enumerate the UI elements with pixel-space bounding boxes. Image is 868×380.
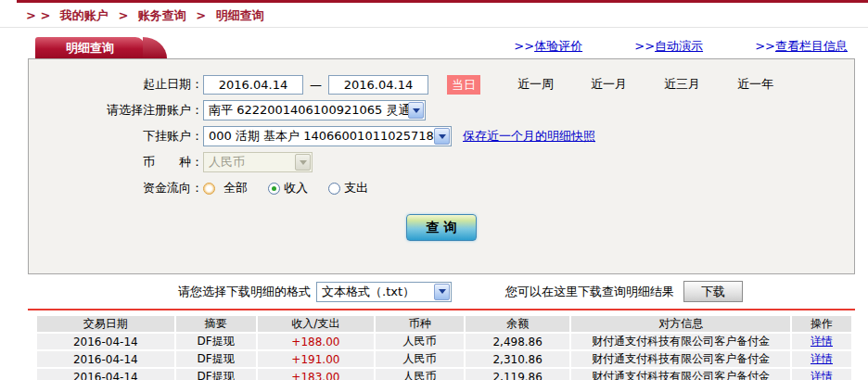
table-header-row: 交易日期 摘要 收入/支出 币种 余额 对方信息 操作 <box>36 315 852 333</box>
cell-currency: 人民币 <box>375 333 465 350</box>
table-row: 2016-04-14 DF提现 +191.00 人民币 2,310.86 财付通… <box>36 350 852 368</box>
download-format-label: 请您选择下载明细的格式 <box>178 284 311 300</box>
link-view-column-info[interactable]: >>查看栏目信息 <box>755 39 848 53</box>
radio-checked-icon[interactable] <box>268 183 280 195</box>
sub-account-select[interactable]: 000 活期 基本户 1406600101102571848 <box>203 126 452 146</box>
quick-range-week[interactable]: 近一周 <box>517 76 554 93</box>
cell-balance: 2,310.86 <box>465 350 570 368</box>
header-summary: 摘要 <box>175 315 257 333</box>
transaction-table: 交易日期 摘要 收入/支出 币种 余额 对方信息 操作 2016-04-14 D… <box>35 314 853 380</box>
cell-summary: DF提现 <box>175 368 257 380</box>
date-separator: — <box>310 78 322 92</box>
breadcrumb-item-my-account[interactable]: 我的账户 <box>60 8 108 22</box>
top-links: >>体验评价 >>自动演示 >>查看栏目信息 <box>466 38 848 55</box>
header-counterparty: 对方信息 <box>570 315 791 333</box>
cell-summary: DF提现 <box>175 333 257 350</box>
cell-currency: 人民币 <box>375 368 465 380</box>
link-prefix: >> <box>514 39 534 53</box>
date-to-input[interactable] <box>328 75 428 95</box>
cell-action: 详情 <box>791 368 852 380</box>
header-action: 操作 <box>791 315 852 333</box>
register-account-select[interactable]: 南平 6222001406100921065 灵通卡 <box>203 100 426 120</box>
register-account-value: 南平 6222001406100921065 灵通卡 <box>209 102 408 119</box>
cell-counterparty: 财付通支付科技有限公司客户备付金 <box>570 350 791 368</box>
header-currency: 币种 <box>375 315 465 333</box>
breadcrumb-item-detail-query[interactable]: 明细查询 <box>216 8 264 22</box>
snapshot-link[interactable]: 保存近一个月的明细快照 <box>463 128 595 145</box>
flow-direction-label: 资金流向： <box>29 180 203 196</box>
download-hint: 您可以在这里下载查询明细结果 <box>505 284 674 300</box>
currency-select: 人民币 <box>203 152 313 172</box>
link-prefix: >> <box>755 39 775 53</box>
sub-account-label: 下挂账户： <box>29 128 203 145</box>
query-button-row: 查 询 <box>29 214 854 241</box>
cell-currency: 人民币 <box>375 350 465 368</box>
link-experience-feedback[interactable]: >>体验评价 <box>514 39 582 53</box>
detail-link[interactable]: 详情 <box>811 370 833 380</box>
tab-detail-query[interactable]: 明细查询 <box>35 37 145 58</box>
cell-balance: 2,498.86 <box>465 333 570 350</box>
register-account-label: 请选择注册账户： <box>29 102 203 119</box>
cell-date: 2016-04-14 <box>36 368 175 380</box>
breadcrumb: > > 我的账户 > 账务查询 > 明细查询 <box>0 3 868 28</box>
quick-range-today[interactable]: 当日 <box>447 75 480 95</box>
cell-amount: +183.00 <box>257 368 376 380</box>
download-format-select[interactable]: 文本格式（.txt） <box>316 282 452 302</box>
link-auto-demo[interactable]: >>自动演示 <box>634 39 703 53</box>
flow-direction-row: 资金流向： 全部 收入 支出 <box>29 175 854 201</box>
header-balance: 余额 <box>465 315 570 333</box>
header-date: 交易日期 <box>36 315 175 333</box>
date-range-row: 起止日期： — 当日 近一周 近一月 近三月 近一年 <box>29 71 854 97</box>
header-amount: 收入/支出 <box>257 315 376 333</box>
flow-option-label: 收入 <box>284 180 308 196</box>
quick-range-year[interactable]: 近一年 <box>737 76 773 93</box>
chevron-down-icon[interactable] <box>434 128 450 145</box>
radio-icon[interactable] <box>203 183 215 195</box>
currency-label: 币 种： <box>29 154 203 171</box>
flow-option-expense[interactable]: 支出 <box>328 180 368 196</box>
date-from-input[interactable] <box>203 75 303 95</box>
cell-action: 详情 <box>791 350 852 368</box>
register-account-row: 请选择注册账户： 南平 6222001406100921065 灵通卡 <box>29 97 854 123</box>
link-prefix: >> <box>634 39 655 53</box>
flow-option-all[interactable]: 全部 <box>203 180 248 196</box>
panel-header: 明细查询 >>体验评价 >>自动演示 >>查看栏目信息 <box>28 36 855 58</box>
link-label: 体验评价 <box>534 39 582 53</box>
cell-counterparty: 财付通支付科技有限公司客户备付金 <box>570 368 791 380</box>
quick-range-quarter[interactable]: 近三月 <box>664 76 700 93</box>
cell-balance: 2,119.86 <box>465 368 570 380</box>
date-range-label: 起止日期： <box>29 76 203 93</box>
flow-option-label: 全部 <box>223 180 248 196</box>
sub-account-value: 000 活期 基本户 1406600101102571848 <box>209 128 434 145</box>
chevron-down-icon[interactable] <box>408 102 424 119</box>
breadcrumb-separator: > <box>196 8 206 22</box>
breadcrumb-separator: > <box>118 8 128 22</box>
table-divider <box>28 309 855 310</box>
currency-row: 币 种： 人民币 <box>29 149 854 175</box>
breadcrumb-prefix: > > <box>26 8 50 22</box>
cell-amount: +191.00 <box>257 350 376 368</box>
download-button[interactable]: 下载 <box>683 281 743 302</box>
download-bar: 请您选择下载明细的格式 文本格式（.txt） 您可以在这里下载查询明细结果 下载 <box>0 274 868 309</box>
radio-icon[interactable] <box>328 183 340 195</box>
flow-option-label: 支出 <box>344 180 368 196</box>
link-label: 自动演示 <box>655 39 703 53</box>
quick-range-month[interactable]: 近一月 <box>591 76 627 93</box>
table-row: 2016-04-14 DF提现 +188.00 人民币 2,498.86 财付通… <box>36 333 852 350</box>
table-row: 2016-04-14 DF提现 +183.00 人民币 2,119.86 财付通… <box>36 368 852 380</box>
cell-action: 详情 <box>791 333 852 350</box>
detail-link[interactable]: 详情 <box>811 335 833 348</box>
currency-value: 人民币 <box>209 154 245 171</box>
detail-link[interactable]: 详情 <box>811 352 833 365</box>
query-form-panel: 起止日期： — 当日 近一周 近一月 近三月 近一年 请选择注册账户： 南平 6… <box>28 58 855 274</box>
flow-option-income[interactable]: 收入 <box>268 180 308 196</box>
query-button[interactable]: 查 询 <box>406 214 477 241</box>
download-format-value: 文本格式（.txt） <box>322 284 415 300</box>
cell-date: 2016-04-14 <box>36 350 175 368</box>
cell-summary: DF提现 <box>175 350 257 368</box>
breadcrumb-item-account-query[interactable]: 账务查询 <box>138 8 186 22</box>
sub-account-row: 下挂账户： 000 活期 基本户 1406600101102571848 保存近… <box>29 123 854 149</box>
cell-amount: +188.00 <box>257 333 376 350</box>
cell-counterparty: 财付通支付科技有限公司客户备付金 <box>570 333 791 350</box>
chevron-down-icon[interactable] <box>434 284 450 300</box>
